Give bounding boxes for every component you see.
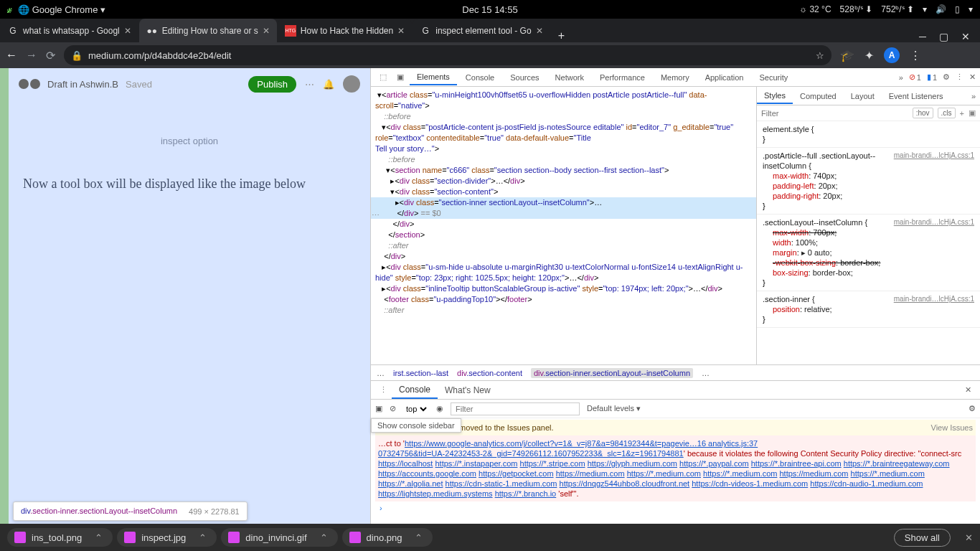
download-item[interactable]: dino.png⌃ — [342, 528, 433, 547]
medium-logo[interactable] — [19, 79, 40, 89]
file-icon — [228, 532, 240, 543]
chevron-up-icon[interactable]: ⌃ — [415, 532, 423, 543]
console-filter-input[interactable] — [451, 402, 580, 415]
browser-tab[interactable]: Ginspect element tool - Go✕ — [413, 19, 550, 42]
clock[interactable]: Dec 15 14:55 — [462, 4, 517, 15]
cls-toggle[interactable]: .cls — [938, 108, 956, 118]
chevron-up-icon[interactable]: ⌃ — [95, 532, 103, 543]
drawer-tab-console[interactable]: Console — [392, 382, 438, 399]
close-icon[interactable]: ✕ — [536, 26, 543, 36]
hov-toggle[interactable]: :hov — [913, 108, 933, 118]
chrome-menu-icon[interactable]: ⋮ — [910, 49, 921, 62]
minimize-button[interactable]: ─ — [919, 31, 926, 42]
more-icon[interactable]: ⋯ — [305, 79, 314, 90]
tab-network[interactable]: Network — [548, 70, 591, 85]
chevron-up-icon[interactable]: ⌃ — [320, 532, 328, 543]
browser-tab[interactable]: HTGHow to Hack the Hidden✕ — [278, 19, 412, 42]
notifications-icon[interactable]: 🔔 — [323, 79, 334, 90]
log-levels-select[interactable]: Default levels ▾ — [587, 404, 641, 413]
net-down: 528ᵇ/ˢ ⬇ — [840, 4, 873, 14]
info-count[interactable]: ▮1 — [927, 72, 937, 82]
page-viewport: Draft in Ashwin.B Saved Publish ⋯ 🔔 insp… — [0, 68, 370, 524]
forward-button[interactable]: → — [26, 49, 37, 62]
execution-context-select[interactable]: top — [403, 404, 429, 414]
extensions-puzzle-icon[interactable]: ✦ — [864, 49, 874, 62]
close-icon[interactable]: ✕ — [263, 26, 270, 36]
close-icon[interactable]: ✕ — [124, 26, 131, 36]
file-icon — [124, 532, 136, 543]
google-favicon: G — [420, 25, 431, 37]
chrome-app-menu[interactable]: 🌐 Google Chrome ▾ — [18, 4, 105, 15]
saved-label: Saved — [126, 79, 152, 90]
back-button[interactable]: ← — [6, 49, 17, 62]
tab-memory[interactable]: Memory — [654, 70, 697, 85]
address-bar[interactable]: 🔒 medium.com/p/d4abddc4e2b4/edit ☆ — [64, 45, 831, 65]
drawer-close-icon[interactable]: ✕ — [961, 385, 976, 395]
browser-tab[interactable]: Gwhat is whatsapp - Googl✕ — [0, 19, 138, 42]
console-toolbar: ▣ ⊘ top ◉ Default levels ▾ ⚙ Show consol… — [371, 400, 980, 418]
console-prompt[interactable]: › — [375, 501, 976, 514]
devtools-menu-icon[interactable]: ⋮ — [956, 72, 963, 82]
bookmark-star-icon[interactable]: ☆ — [816, 50, 824, 61]
tab-elements[interactable]: Elements — [410, 70, 457, 85]
tab-computed[interactable]: Computed — [793, 89, 844, 103]
error-count[interactable]: ⊘1 — [909, 72, 921, 82]
inspect-element-icon[interactable]: ⬚ — [375, 72, 391, 82]
dom-ellipsis-icon[interactable]: ⋯ — [372, 210, 379, 221]
extension-icon[interactable]: 🎓 — [840, 49, 854, 62]
device-toolbar-icon[interactable]: ▣ — [392, 72, 408, 82]
dom-breadcrumb[interactable]: … irst.section--last div.section-content… — [371, 364, 980, 380]
tab-eventlisteners[interactable]: Event Listeners — [882, 89, 951, 103]
close-icon[interactable]: ✕ — [397, 26, 405, 36]
tab-console[interactable]: Console — [458, 70, 501, 85]
maximize-button[interactable]: ▢ — [939, 31, 948, 42]
console-output[interactable]: View Issues… matches have been moved to … — [371, 418, 980, 524]
file-icon — [14, 532, 26, 543]
htg-favicon: HTG — [285, 25, 296, 37]
more-tabs-icon[interactable]: » — [967, 92, 980, 100]
wifi-icon[interactable]: ▾ — [923, 4, 927, 14]
chrome-tabstrip: Gwhat is whatsapp - Googl✕ ●●Editing How… — [0, 19, 980, 42]
browser-tab-active[interactable]: ●●Editing How to share or s✕ — [139, 19, 277, 42]
battery-icon[interactable]: ▯ — [955, 4, 960, 14]
power-menu[interactable]: ▾ — [969, 4, 973, 14]
styles-more-icon[interactable]: ▣ — [969, 108, 976, 118]
medium-favicon: ●● — [146, 25, 158, 37]
drawer-tab-whatsnew[interactable]: What's New — [438, 382, 498, 398]
download-item[interactable]: ins_tool.png⌃ — [7, 528, 113, 547]
new-style-icon[interactable]: + — [960, 109, 964, 118]
live-expression-icon[interactable]: ◉ — [436, 404, 443, 413]
settings-gear-icon[interactable]: ⚙ — [943, 72, 950, 82]
reload-button[interactable]: ⟳ — [46, 49, 55, 62]
publish-button[interactable]: Publish — [248, 76, 296, 93]
tab-performance[interactable]: Performance — [593, 70, 652, 85]
tab-layout[interactable]: Layout — [844, 89, 882, 103]
weather: ☼ 32 °C — [799, 4, 831, 14]
style-rules[interactable]: element.style {}main-brandi…lcHjA.css:1.… — [757, 121, 980, 364]
user-avatar[interactable] — [343, 75, 360, 93]
devtools-close-icon[interactable]: ✕ — [969, 72, 976, 82]
download-item[interactable]: inspect.jpg⌃ — [117, 528, 217, 547]
show-all-downloads-button[interactable]: Show all — [894, 529, 951, 547]
tab-sources[interactable]: Sources — [503, 70, 546, 85]
profile-avatar[interactable]: A — [884, 47, 900, 63]
new-tab-button[interactable]: + — [551, 29, 572, 42]
activities-icon[interactable]: ⸙ — [7, 4, 12, 15]
console-sidebar-toggle[interactable]: ▣ — [375, 404, 382, 413]
dom-tree[interactable]: ⋯ ▾<article class="u-minHeight100vh0ffse… — [371, 87, 756, 364]
window-close-button[interactable]: ✕ — [961, 31, 970, 42]
chevron-up-icon[interactable]: ⌃ — [199, 532, 207, 543]
tab-security[interactable]: Security — [752, 70, 795, 85]
volume-icon[interactable]: 🔊 — [936, 4, 946, 14]
clear-console-icon[interactable]: ⊘ — [390, 404, 396, 413]
close-downloads-bar-icon[interactable]: ✕ — [965, 532, 973, 543]
download-item[interactable]: dino_invinci.gif⌃ — [221, 528, 337, 547]
styles-tabstrip: Styles Computed Layout Event Listeners » — [757, 87, 980, 105]
styles-filter-input[interactable] — [761, 109, 908, 118]
console-settings-icon[interactable]: ⚙ — [969, 404, 976, 413]
tooltip: Show console sidebar — [371, 418, 461, 433]
drawer-menu-icon[interactable]: ⋮ — [375, 385, 392, 395]
tab-styles[interactable]: Styles — [757, 88, 793, 104]
tab-application[interactable]: Application — [698, 70, 751, 85]
more-tabs-icon[interactable]: » — [899, 73, 903, 82]
